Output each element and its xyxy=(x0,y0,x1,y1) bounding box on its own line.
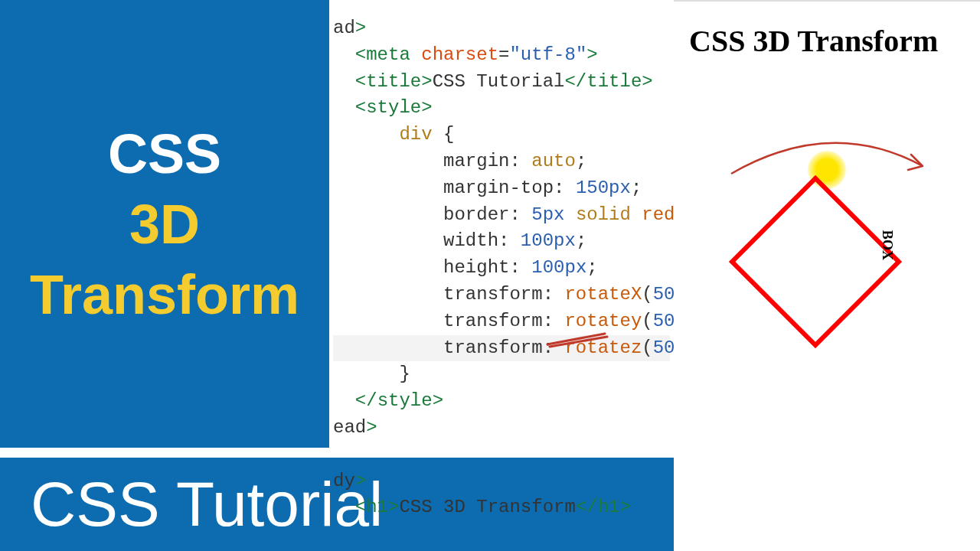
footer-label: CSS Tutorial xyxy=(31,468,383,540)
preview-diagram: BOX xyxy=(689,132,972,415)
title-line-css: CSS xyxy=(108,122,221,185)
preview-heading: CSS 3D Transform xyxy=(689,23,972,59)
scribble-underline-icon xyxy=(544,328,612,350)
title-line-3d: 3D xyxy=(129,193,200,256)
code-head-partial: ad xyxy=(333,18,355,38)
box-label: BOX xyxy=(879,230,895,260)
title-panel: CSS 3D Transform xyxy=(0,0,329,448)
code-editor: ad> <meta charset="utf-8"> <title>CSS Tu… xyxy=(329,8,674,444)
title-line-transform: Transform xyxy=(30,263,299,326)
rotated-box: BOX xyxy=(729,175,902,348)
preview-pane: CSS 3D Transform BOX xyxy=(674,0,980,458)
